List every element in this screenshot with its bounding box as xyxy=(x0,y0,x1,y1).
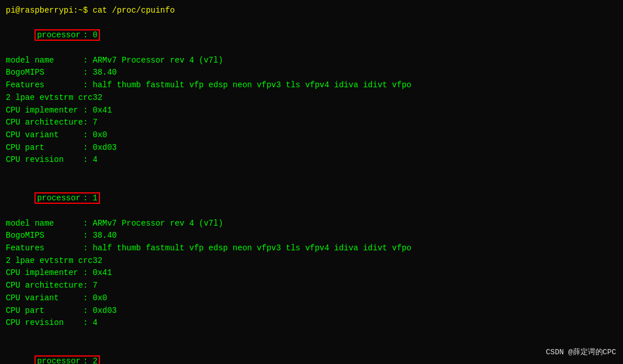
watermark: CSDN @薛定谔的CPC xyxy=(546,347,616,357)
processor-0-impl: CPU implementer : 0x41 xyxy=(6,104,617,117)
processor-0-box: processor : 0 xyxy=(34,29,99,41)
processor-0-revision: CPU revision : 4 xyxy=(6,154,617,166)
processor-1-features2: 2 lpae evtstrm crc32 xyxy=(6,255,617,268)
prompt-line: pi@raspberrypi:~$ cat /proc/cpuinfo xyxy=(6,5,617,17)
processor-1-features1: Features : half thumb fastmult vfp edsp … xyxy=(6,242,617,255)
processor-0-features1: Features : half thumb fastmult vfp edsp … xyxy=(6,79,617,92)
processor-0-line: processor : 0 xyxy=(6,17,617,55)
processor-1-section: processor : 1 model name : ARMv7 Process… xyxy=(6,180,617,330)
processor-1-arch: CPU architecture: 7 xyxy=(6,280,617,292)
processor-1-line: processor : 1 xyxy=(6,180,617,218)
processor-0-bogomips: BogoMIPS : 38.40 xyxy=(6,67,617,79)
blank-2 xyxy=(6,331,617,343)
processor-0-arch: CPU architecture: 7 xyxy=(6,117,617,129)
processor-0-model: model name : ARMv7 Processor rev 4 (v7l) xyxy=(6,55,617,67)
processor-0-section: processor : 0 model name : ARMv7 Process… xyxy=(6,17,617,166)
processor-1-variant: CPU variant : 0x0 xyxy=(6,292,617,305)
processor-1-model: model name : ARMv7 Processor rev 4 (v7l) xyxy=(6,218,617,230)
processor-1-bogomips: BogoMIPS : 38.40 xyxy=(6,230,617,242)
processor-1-box: processor : 1 xyxy=(34,192,99,204)
processor-1-impl: CPU implementer : 0x41 xyxy=(6,267,617,280)
processor-1-part: CPU part : 0xd03 xyxy=(6,305,617,317)
processor-0-variant: CPU variant : 0x0 xyxy=(6,129,617,142)
processor-2-section: processor : 2 model name : ARMv7 Process… xyxy=(6,343,617,364)
processor-0-part: CPU part : 0xd03 xyxy=(6,142,617,154)
terminal-window: pi@raspberrypi:~$ cat /proc/cpuinfo proc… xyxy=(0,0,623,364)
blank-1 xyxy=(6,168,617,180)
processor-0-features2: 2 lpae evtstrm crc32 xyxy=(6,92,617,104)
processor-1-revision: CPU revision : 4 xyxy=(6,317,617,330)
processor-2-box: processor : 2 xyxy=(34,355,99,364)
processor-2-line: processor : 2 xyxy=(6,343,617,364)
